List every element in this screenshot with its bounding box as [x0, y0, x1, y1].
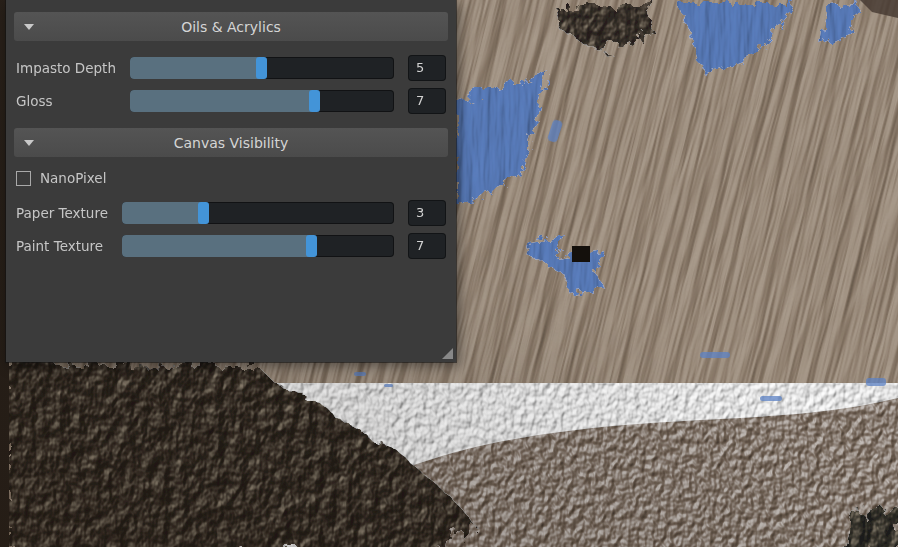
impasto-depth-label: Impasto Depth	[16, 60, 116, 76]
section-header-oils-acrylics[interactable]: Oils & Acrylics	[14, 12, 448, 41]
paint-texture-value[interactable]: 7	[408, 233, 446, 259]
slider-fill	[122, 235, 312, 257]
nanopixel-checkbox-row[interactable]: NanoPixel	[16, 170, 448, 186]
paper-texture-slider[interactable]	[122, 202, 394, 224]
section-oils-acrylics: Oils & Acrylics Impasto Depth 5 Gloss 7	[14, 12, 448, 114]
section-canvas-visibility: Canvas Visibility NanoPixel Paper Textur…	[14, 128, 448, 259]
slider-handle[interactable]	[256, 57, 267, 79]
impasto-depth-slider[interactable]	[130, 57, 394, 79]
slider-fill	[122, 202, 204, 224]
paper-texture-label: Paper Texture	[16, 205, 108, 221]
section-title: Canvas Visibility	[174, 135, 289, 151]
slider-handle[interactable]	[309, 90, 320, 112]
collapse-triangle-icon[interactable]	[24, 140, 34, 146]
collapse-triangle-icon[interactable]	[24, 24, 34, 30]
slider-handle[interactable]	[198, 202, 209, 224]
slider-fill	[130, 90, 315, 112]
gloss-value[interactable]: 7	[408, 88, 446, 114]
resize-grip-icon[interactable]	[442, 348, 453, 359]
paper-texture-value[interactable]: 3	[408, 200, 446, 226]
gloss-slider[interactable]	[130, 90, 394, 112]
visual-settings-panel: Oils & Acrylics Impasto Depth 5 Gloss 7 …	[6, 0, 456, 362]
section-rows: Paper Texture 3 Paint Texture 7	[16, 200, 446, 259]
section-rows: Impasto Depth 5 Gloss 7	[16, 55, 446, 114]
nanopixel-checkbox[interactable]	[16, 171, 31, 186]
slider-handle[interactable]	[306, 235, 317, 257]
paint-texture-label: Paint Texture	[16, 238, 108, 254]
section-title: Oils & Acrylics	[181, 19, 281, 35]
slider-fill	[130, 57, 262, 79]
nanopixel-label: NanoPixel	[40, 170, 106, 186]
section-header-canvas-visibility[interactable]: Canvas Visibility	[14, 128, 448, 157]
gloss-label: Gloss	[16, 93, 116, 109]
paint-texture-slider[interactable]	[122, 235, 394, 257]
impasto-depth-value[interactable]: 5	[408, 55, 446, 81]
